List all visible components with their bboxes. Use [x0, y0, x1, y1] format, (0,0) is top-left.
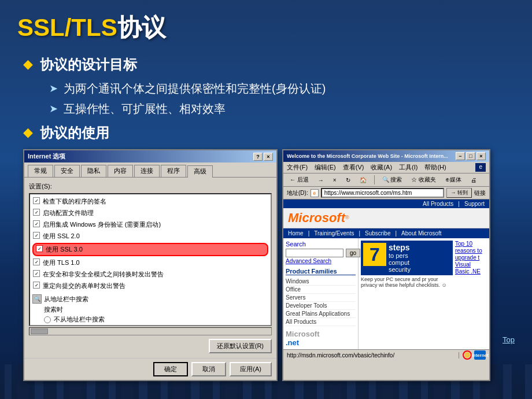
steps-area: 7 steps to pers comput security Keep you… [361, 241, 453, 347]
lock-circle-overlay [463, 350, 472, 360]
ok-button[interactable]: 确定 [153, 362, 188, 376]
media-button[interactable]: ⊕媒体 [442, 175, 464, 185]
product-windows[interactable]: Windows [286, 278, 356, 286]
close-button[interactable]: × [264, 153, 273, 161]
go-button[interactable]: → 转到 [446, 188, 472, 198]
ms-search-input[interactable] [286, 249, 343, 257]
sub-bullet-text-1-1: 为两个通讯个体之间提供保密性和完整性(身份认证) [64, 81, 326, 97]
search-when-label: 搜索时 [44, 305, 268, 314]
radio-no-search[interactable] [44, 316, 51, 323]
hscroll-thumb[interactable] [31, 328, 48, 334]
nav-subscribe[interactable]: Subscribe [365, 230, 390, 237]
separator-top: | [458, 201, 460, 207]
cancel-button[interactable]: 取消 [191, 362, 226, 376]
checkbox-profile[interactable] [33, 209, 40, 216]
search-toolbar-button[interactable]: 🔍 搜索 [379, 175, 405, 185]
product-allproducts[interactable]: All Products [286, 318, 356, 326]
ms-header: Microsoft® [283, 208, 489, 228]
menu-view[interactable]: 查看(V) [343, 163, 364, 172]
print-toolbar-button[interactable]: 🖨 [468, 176, 479, 184]
sub-bullet-1-2: ➤ 互操作性、可扩展性、相对效率 [49, 101, 515, 117]
tab-programs[interactable]: 程序 [161, 165, 186, 177]
slide-title: SSL/TLS协议 [17, 12, 515, 44]
advanced-search-text: Advanced Search [286, 258, 331, 264]
product-greatplains[interactable]: Great Plains Applications [286, 310, 356, 318]
browser-close[interactable]: × [476, 152, 486, 160]
checkbox-ssl3[interactable] [36, 245, 43, 252]
forward-button[interactable]: → [315, 176, 327, 184]
support-link[interactable]: Support [464, 201, 485, 207]
checkbox-secure-warning[interactable] [33, 270, 40, 277]
browser-menubar: 文件(F) 编辑(E) 查看(V) 收藏(A) 工具(I) 帮助(H) e [283, 162, 489, 173]
tab-general[interactable]: 常规 [28, 165, 53, 177]
checkbox-ssl2[interactable] [33, 232, 40, 239]
apply-button[interactable]: 应用(A) [230, 362, 272, 376]
radio-text-2: 显示结果，然后转到最相近的站点 [54, 325, 149, 326]
item-text-redirect-warning: 重定向提交的表单时发出警告 [43, 282, 125, 290]
menu-file[interactable]: 文件(F) [287, 163, 308, 172]
tab-security[interactable]: 安全 [54, 165, 80, 177]
sidebar-link-top10[interactable]: Top 10 [455, 241, 487, 247]
nav-sep1: | [308, 230, 310, 237]
product-office[interactable]: Office [286, 286, 356, 294]
radio-item-2: 显示结果，然后转到最相近的站点 [44, 325, 268, 326]
menu-tools[interactable]: 工具(I) [399, 163, 418, 172]
sidebar-link-basic[interactable]: Basic .NE [455, 268, 487, 275]
restore-defaults-button[interactable]: 还原默认设置(R) [209, 339, 272, 353]
arrow-icon-1: ➤ [49, 82, 58, 95]
advanced-search-link[interactable]: Advanced Search [286, 257, 356, 264]
browser-minimize[interactable]: − [456, 152, 465, 160]
toolbar-separator-1 [374, 175, 375, 184]
all-products-link[interactable]: All Products [423, 201, 453, 207]
sidebar-link-reasons[interactable]: reasons to [455, 247, 487, 254]
nav-home[interactable]: Home [288, 230, 304, 237]
dialog-buttons: 确定 取消 应用(A) [24, 358, 276, 380]
ms-main-area: Search go Advanced Search Product Famili… [283, 238, 489, 349]
sidebar-link-visual[interactable]: Visual [455, 261, 487, 268]
radio-item-1: 不从地址栏中搜索 [44, 315, 268, 324]
menu-help[interactable]: 帮助(H) [424, 163, 446, 172]
back-button[interactable]: ← 后退 [287, 175, 312, 185]
product-devtools[interactable]: Developer Tools [286, 302, 356, 310]
sidebar-link-upgrade[interactable]: upgrade t [455, 254, 487, 261]
menu-edit[interactable]: 编辑(E) [315, 163, 336, 172]
dialog-tabs: 常规 安全 隐私 内容 连接 程序 高级 [24, 162, 276, 177]
checkbox-tls1[interactable] [33, 258, 40, 265]
settings-list[interactable]: 检查下载的程序的签名 启动配置文件助理 启用集成 Windows 身份验证 (需… [29, 193, 272, 326]
search-section-icon: 🔍 [32, 294, 42, 304]
browser-maximize[interactable]: □ [466, 152, 475, 160]
nav-training[interactable]: Training/Events [314, 230, 354, 237]
hscrollbar[interactable] [29, 327, 272, 335]
menu-favorites[interactable]: 收藏(A) [371, 163, 392, 172]
browser-titlebar-buttons: − □ × [456, 152, 486, 160]
lock-icon [464, 352, 470, 358]
tab-advanced[interactable]: 高级 [187, 165, 213, 178]
nav-about[interactable]: About Microsoft [401, 230, 441, 237]
ie-browser-window[interactable]: Welcome to the Microsoft Corporate Web S… [282, 149, 490, 381]
title-chinese: 协议 [117, 14, 166, 41]
ie-options-dialog[interactable]: Internet 选项 ? × 常规 安全 隐私 内容 连接 程序 高级 设置(… [23, 149, 278, 381]
search-label: Search [286, 241, 356, 247]
address-input[interactable] [321, 188, 445, 198]
tab-content[interactable]: 内容 [108, 165, 133, 177]
settings-item-ssl2: 使用 SSL 2.0 [32, 231, 268, 241]
item-text-windows-auth: 启用集成 Windows 身份验证 (需要重启动) [43, 220, 161, 229]
checkbox-signature[interactable] [33, 197, 40, 204]
product-servers[interactable]: Servers [286, 294, 356, 302]
sub-bullet-text-1-2: 互操作性、可扩展性、相对效率 [64, 101, 226, 117]
help-button[interactable]: ? [253, 153, 263, 161]
checkbox-redirect-warning[interactable] [33, 282, 40, 289]
tab-privacy[interactable]: 隐私 [81, 165, 106, 177]
item-text-ssl2: 使用 SSL 2.0 [43, 232, 80, 241]
item-text-profile: 启动配置文件助理 [43, 209, 94, 217]
stop-button[interactable]: × [330, 176, 339, 184]
refresh-button[interactable]: ↻ [343, 176, 353, 184]
home-button[interactable]: 🏠 [357, 176, 370, 184]
favorites-toolbar-button[interactable]: ☆ 收藏夹 [408, 175, 439, 185]
top-link[interactable]: Top [503, 335, 515, 344]
checkbox-windows-auth[interactable] [33, 220, 40, 227]
ie-icon-corner: e [475, 163, 486, 172]
product-families-title: Product Families [286, 268, 356, 275]
item-text-secure-warning: 在安全和非安全全模式之间转换时发出警告 [43, 270, 164, 279]
tab-connections[interactable]: 连接 [134, 165, 160, 177]
